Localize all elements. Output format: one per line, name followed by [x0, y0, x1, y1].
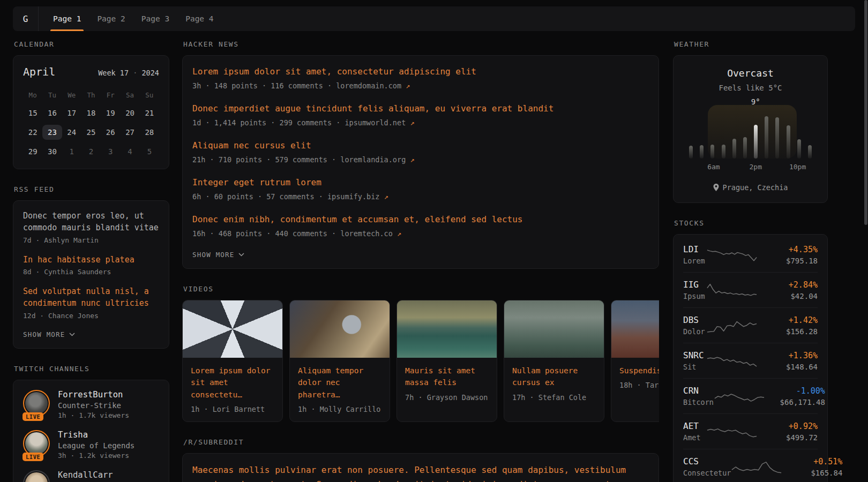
stock-value: $42.04: [758, 292, 818, 300]
calendar-day-next-month: 1: [62, 144, 81, 159]
calendar-widget: April Week 17 · 2024 Mo Tu We Th Fr Sa S…: [13, 55, 169, 169]
hackernews-section: HACKER NEWS Lorem ipsum dolor sit amet, …: [182, 40, 659, 269]
hn-story-link[interactable]: Donec imperdiet augue tincidunt felis al…: [192, 102, 649, 115]
calendar-day-next-month: 5: [140, 144, 159, 159]
stocks-section-label: STOCKS: [673, 219, 828, 227]
tab-page-2[interactable]: Page 2: [89, 6, 133, 31]
weather-condition: Overcast: [684, 67, 817, 79]
video-title-link[interactable]: Lorem ipsum dolor sit amet consectetu…: [183, 358, 282, 401]
tab-page-4[interactable]: Page 4: [177, 6, 221, 31]
tab-page-3[interactable]: Page 3: [133, 6, 177, 31]
hn-story-link[interactable]: Aliquam nec cursus elit: [192, 139, 649, 152]
stock-symbol: LDI: [683, 244, 706, 254]
video-card[interactable]: Suspendisse diam 18h · Tara: [611, 300, 659, 422]
subreddit-section-label: /R/SUBREDDIT: [182, 438, 659, 446]
channel-name-link[interactable]: Trisha: [58, 430, 134, 440]
chevron-down-icon: [69, 333, 75, 336]
hn-story-link[interactable]: Integer eget rutrum lorem: [192, 176, 649, 189]
stock-sparkline: [706, 281, 758, 299]
external-link-icon[interactable]: ↗: [410, 118, 414, 127]
twitch-section-label: TWITCH CHANNELS: [13, 365, 169, 373]
external-link-icon[interactable]: ↗: [397, 229, 401, 238]
stock-change: +1.42%: [758, 315, 818, 325]
channel-info: ForrestBurton Counter-Strike 1h · 1.7k v…: [58, 390, 129, 419]
stock-change: +4.35%: [758, 245, 818, 254]
videos-section-label: VIDEOS: [182, 285, 659, 293]
video-card[interactable]: Aliquam tempor dolor nec pharetra… 1h · …: [289, 300, 390, 422]
reddit-post-link[interactable]: Maecenas mollis pulvinar erat non posuer…: [192, 463, 649, 482]
twitch-section: TWITCH CHANNELS LIVE ForrestBurton Count…: [13, 365, 169, 482]
weather-bar: [775, 117, 779, 159]
stock-row[interactable]: SNRCSit +1.36%$148.64: [683, 343, 818, 379]
stock-change: -1.00%: [765, 386, 825, 396]
stock-row[interactable]: CRNBitcorn -1.00%$66,171.48: [683, 379, 818, 414]
channel-info: Trisha League of Legends 3h · 1.2k viewe…: [58, 430, 134, 460]
live-badge: LIVE: [23, 412, 43, 421]
stock-row[interactable]: LDILorem +4.35%$795.18: [683, 237, 818, 273]
video-card[interactable]: Lorem ipsum dolor sit amet consectetu… 1…: [182, 300, 283, 422]
stock-symbol: IIG: [683, 280, 706, 290]
rss-section: RSS FEED Donec tempor eros leo, ut commo…: [13, 185, 169, 349]
tab-page-1[interactable]: Page 1: [45, 6, 89, 31]
video-card[interactable]: Mauris sit amet massa felis 7h · Grayson…: [396, 300, 497, 422]
video-card[interactable]: Nullam posuere cursus ex 17h · Stefan Co…: [504, 300, 604, 422]
stock-value: $499.72: [758, 433, 818, 442]
stock-value: $148.64: [758, 363, 818, 371]
hn-show-more-button[interactable]: SHOW MORE: [192, 251, 649, 259]
stocks-widget: LDILorem +4.35%$795.18 IIGIpsum +2.84%$4…: [673, 234, 828, 482]
channel-name-link[interactable]: ForrestBurton: [58, 390, 129, 400]
stock-row[interactable]: AETAmet +0.92%$499.72: [683, 414, 818, 449]
calendar-section: CALENDAR April Week 17 · 2024 Mo Tu We T…: [13, 40, 169, 169]
calendar-day: 24: [62, 125, 81, 140]
page-scrollbar[interactable]: [864, 0, 867, 225]
twitch-channel-row[interactable]: KendallCarr: [23, 470, 159, 482]
location-text: Prague, Czechia: [723, 183, 788, 192]
calendar-day: 21: [140, 106, 159, 120]
time-tick: 2pm: [750, 163, 762, 171]
show-more-label: SHOW MORE: [192, 251, 235, 259]
video-title-link[interactable]: Nullam posuere cursus ex: [504, 358, 604, 389]
rss-item-link[interactable]: In hac habitasse platea: [23, 254, 159, 266]
app-logo[interactable]: G: [13, 6, 39, 31]
calendar-grid: Mo Tu We Th Fr Sa Su 15 16 17 18 19 20 2…: [23, 89, 159, 159]
weather-current-temp: 9°: [751, 97, 760, 106]
video-title-link[interactable]: Suspendisse diam: [611, 358, 659, 376]
channel-name-link[interactable]: KendallCarr: [58, 470, 113, 480]
time-tick: 10pm: [789, 163, 806, 171]
calendar-day: 18: [81, 106, 101, 120]
external-link-icon[interactable]: ↗: [410, 155, 414, 164]
video-thumbnail[interactable]: [183, 300, 282, 358]
external-link-icon[interactable]: ↗: [406, 81, 410, 90]
stock-sparkline: [714, 387, 765, 405]
video-meta: 1h · Molly Carrillo: [290, 401, 390, 421]
calendar-week-info: Week 17 · 2024: [98, 69, 159, 77]
separator-dot: ·: [133, 69, 137, 77]
video-title-link[interactable]: Mauris sit amet massa felis: [397, 358, 497, 389]
rss-item-link[interactable]: Donec tempor eros leo, ut commodo mauris…: [23, 210, 159, 234]
calendar-header: April Week 17 · 2024: [23, 65, 159, 78]
calendar-day-selected: 23: [42, 125, 62, 140]
stock-name: Ipsum: [683, 292, 706, 300]
video-thumbnail[interactable]: [504, 300, 604, 358]
calendar-year: 2024: [141, 69, 159, 77]
rss-show-more-button[interactable]: SHOW MORE: [23, 330, 159, 338]
hn-story-link[interactable]: Lorem ipsum dolor sit amet, consectetur …: [192, 65, 649, 78]
hn-story-link[interactable]: Donec enim nibh, condimentum et accumsan…: [192, 213, 649, 226]
stock-numbers: -1.00%$66,171.48: [765, 386, 825, 406]
video-thumbnail[interactable]: [611, 300, 659, 358]
stock-name: Sit: [683, 363, 706, 371]
calendar-day: 19: [101, 106, 120, 120]
tab-label: Page 1: [53, 14, 81, 23]
stock-row[interactable]: IIGIpsum +2.84%$42.04: [683, 273, 818, 308]
stock-row[interactable]: CCSConsectetur +0.51%$165.84: [683, 449, 818, 482]
stock-row[interactable]: DBSDolor +1.42%$156.28: [683, 308, 818, 343]
rss-item-link[interactable]: Sed volutpat nulla nisl, a condimentum n…: [23, 286, 159, 310]
video-thumbnail[interactable]: [290, 300, 390, 358]
calendar-day: 17: [62, 106, 81, 120]
twitch-channel-row[interactable]: LIVE Trisha League of Legends 3h · 1.2k …: [23, 430, 159, 461]
subreddit-section: /R/SUBREDDIT Maecenas mollis pulvinar er…: [182, 438, 659, 482]
external-link-icon[interactable]: ↗: [384, 192, 388, 201]
video-thumbnail[interactable]: [397, 300, 497, 358]
video-title-link[interactable]: Aliquam tempor dolor nec pharetra…: [290, 358, 390, 401]
twitch-channel-row[interactable]: LIVE ForrestBurton Counter-Strike 1h · 1…: [23, 390, 159, 421]
